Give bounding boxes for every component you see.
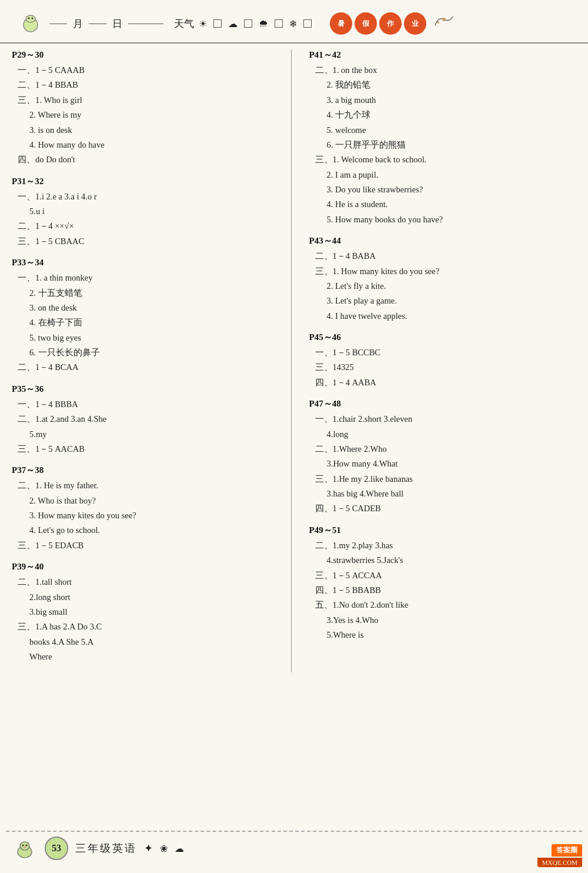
page-wrapper: 月 日 天气 ☀ ☁ 🌧 ❄ 暑 假 作 业 <box>0 0 588 873</box>
list-item: Where <box>29 649 279 664</box>
footer-cloud-icon: ☁ <box>175 843 184 854</box>
list-item: 2. 我的铅笔 <box>327 78 577 92</box>
svg-point-7 <box>20 842 29 850</box>
section-p49-51: P49～51 二、1.my 2.play 3.has 4.strawberrie… <box>309 525 577 643</box>
section-title-p37-38: P37～38 <box>12 465 279 476</box>
list-item: 4. I have twelve apples. <box>327 309 577 324</box>
sun-icon: ☀ <box>199 18 207 29</box>
list-item: 3. is on desk <box>29 123 279 138</box>
list-item: 三、1. How many kites do you see? <box>315 264 577 279</box>
section-title-p33-34: P33～34 <box>12 257 279 268</box>
list-item: 4. Let's go to school. <box>29 523 279 538</box>
list-item: 2.long short <box>29 590 279 605</box>
section-p45-46: P45～46 一、1－5 BCCBC 三、14325 四、1－4 AABA <box>309 332 577 390</box>
list-item: 二、1.tall short <box>18 575 279 589</box>
list-item: 一、1－5 CAAAB <box>18 63 279 78</box>
page-header: 月 日 天气 ☀ ☁ 🌧 ❄ 暑 假 作 业 <box>0 0 588 44</box>
list-item: 3. Do you like strawberries? <box>327 182 577 197</box>
title-circle-1: 暑 <box>330 12 352 35</box>
list-item: 五、1.No don't 2.don't like <box>315 598 577 612</box>
list-item: 二、1.my 2.play 3.has <box>315 538 577 553</box>
svg-point-3 <box>32 18 34 19</box>
month-label: 月 <box>73 17 83 31</box>
list-item: 4. 在椅子下面 <box>29 315 279 330</box>
svg-point-4 <box>442 18 446 21</box>
list-item: 3. How many kites do you see? <box>29 508 279 523</box>
list-item: 5.Where is <box>327 628 577 642</box>
svg-point-2 <box>28 18 30 19</box>
section-p41-42: P41～42 二、1. on the box 2. 我的铅笔 3. a big … <box>309 49 577 227</box>
list-item: 5.my <box>29 427 279 442</box>
list-item: 二、1－4 BBAB <box>18 78 279 92</box>
list-item: 二、1.at 2.and 3.an 4.She <box>18 412 279 426</box>
watermark-bottom: MXQE.COM <box>537 858 582 867</box>
watermark-top: 答案圈 <box>552 844 582 857</box>
section-title-p43-44: P43～44 <box>309 235 577 246</box>
list-item: 二、1.Where 2.Who <box>315 442 577 457</box>
title-decoration <box>432 14 456 34</box>
list-item: 5. How many books do you have? <box>327 212 577 227</box>
footer-flower-icon: ❀ <box>160 843 168 854</box>
list-item: 4. 十九个球 <box>327 108 577 122</box>
footer: 53 三年级英语 ✦ ❀ ☁ <box>12 835 184 861</box>
list-item: 3. Let's play a game. <box>327 294 577 308</box>
section-title-p29-30: P29～30 <box>12 49 279 61</box>
section-title-p35-36: P35～36 <box>12 384 279 395</box>
list-item: 二、1－4 ××√× <box>18 219 279 234</box>
svg-point-5 <box>437 21 439 24</box>
section-p37-38: P37～38 二、1. He is my father. 2. Who is t… <box>12 465 279 553</box>
cloud-checkbox[interactable] <box>244 19 252 28</box>
list-item: 2. 十五支蜡笔 <box>29 286 279 301</box>
list-item: 4. How many do have <box>29 138 279 152</box>
list-item: 二、1. He is my father. <box>18 478 279 493</box>
list-item: 三、1. Welcome back to school. <box>315 152 577 167</box>
list-item: books 4.A She 5.A <box>29 635 279 649</box>
left-column: P29～30 一、1－5 CAAAB 二、1－4 BBAB 三、1. Who i… <box>12 49 292 672</box>
weather-label: 天气 <box>174 17 194 31</box>
svg-point-1 <box>26 15 35 22</box>
day-label: 日 <box>112 17 122 31</box>
list-item: 四、1－5 CADEB <box>315 501 577 516</box>
rain-icon: 🌧 <box>259 18 268 29</box>
svg-point-9 <box>26 845 28 847</box>
list-item: 3.big small <box>29 605 279 619</box>
list-item: 三、1.He my 2.like bananas <box>315 472 577 487</box>
list-item: 3. on the desk <box>29 301 279 315</box>
main-content: P29～30 一、1－5 CAAAB 二、1－4 BBAB 三、1. Who i… <box>0 44 588 678</box>
section-title-p39-40: P39～40 <box>12 561 279 572</box>
rain-checkbox[interactable] <box>275 19 283 28</box>
list-item: 2. Who is that boy? <box>29 494 279 508</box>
footer-dashed-line <box>6 831 582 832</box>
list-item: 5.u i <box>29 204 279 219</box>
snow-checkbox[interactable] <box>303 19 312 28</box>
section-p47-48: P47～48 一、1.chair 2.short 3.eleven 4.long… <box>309 398 577 517</box>
section-p33-34: P33～34 一、1. a thin monkey 2. 十五支蜡笔 3. on… <box>12 257 279 375</box>
list-item: 3. a big mouth <box>327 93 577 108</box>
list-item: 3.How many 4.What <box>327 457 577 471</box>
svg-point-10 <box>24 847 26 848</box>
list-item: 2. Let's fly a kite. <box>327 279 577 294</box>
header-underline-1 <box>49 24 67 24</box>
list-item: 四、1－4 AABA <box>315 375 577 390</box>
list-item: 2. I am a pupil. <box>327 168 577 182</box>
list-item: 4.strawberries 5.Jack's <box>327 553 577 568</box>
footer-animal-icon <box>12 835 38 861</box>
section-p31-32: P31～32 一、1.i 2.e a 3.a i 4.o r 5.u i 二、1… <box>12 176 279 249</box>
list-item: 5. welcome <box>327 123 577 138</box>
list-item: 二、1－4 BABA <box>315 249 577 264</box>
section-p29-30: P29～30 一、1－5 CAAAB 二、1－4 BBAB 三、1. Who i… <box>12 49 279 168</box>
sun-checkbox[interactable] <box>213 19 222 28</box>
list-item: 一、1.i 2.e a 3.a i 4.o r <box>18 189 279 204</box>
list-item: 一、1.chair 2.short 3.eleven <box>315 412 577 426</box>
list-item: 四、1－5 BBABB <box>315 583 577 598</box>
header-left-icon <box>18 11 44 36</box>
list-item: 4. He is a student. <box>327 197 577 212</box>
page-number-badge: 53 <box>45 837 68 860</box>
list-item: 三、1－5 ACCAA <box>315 568 577 583</box>
section-title-p45-46: P45～46 <box>309 332 577 343</box>
list-item: 3.has big 4.Where ball <box>327 487 577 501</box>
svg-point-8 <box>22 845 24 847</box>
cloud-icon: ☁ <box>228 18 238 29</box>
list-item: 一、1－5 BCCBC <box>315 345 577 360</box>
section-title-p41-42: P41～42 <box>309 49 577 61</box>
